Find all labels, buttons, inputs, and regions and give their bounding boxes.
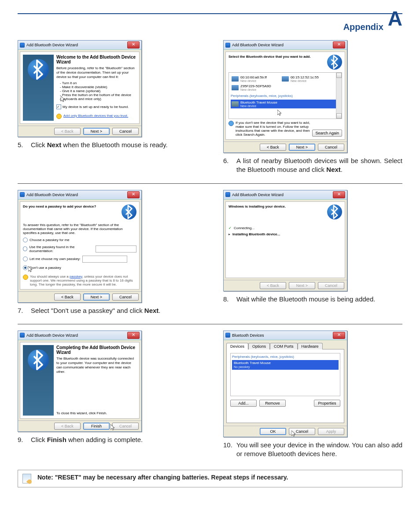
step-text: Select "Don't use a passkey" and click N… <box>31 306 197 315</box>
bluetooth-icon <box>225 333 230 338</box>
next-button[interactable]: Next > <box>289 144 315 151</box>
device-item-selected[interactable]: Bluetooth Travel MouseNew device <box>231 100 340 108</box>
back-button[interactable]: < Back <box>260 282 286 289</box>
passkey-dialog: Add Bluetooth Device Wizard ✕ Do you nee… <box>18 190 142 303</box>
step-number: 5. <box>18 141 25 149</box>
device-icon <box>282 76 289 82</box>
device-category: Peripherals (keyboards, mice, joysticks) <box>231 94 340 98</box>
device-item[interactable]: Z95F229-5DF5A9DNew device <box>231 83 340 92</box>
window-title: Add Bluetooth Device Wizard <box>232 193 284 197</box>
passkey-hint: To answer this question, refer to the "B… <box>23 223 136 235</box>
tab-hardware[interactable]: Hardware <box>298 343 323 349</box>
close-button[interactable]: ✕ <box>333 191 345 198</box>
next-button[interactable]: Next > <box>289 282 315 289</box>
divider <box>18 324 402 324</box>
cancel-button[interactable]: Cancel <box>112 294 139 301</box>
step-text: Click Next when the Bluetooth mouse is r… <box>31 141 197 149</box>
appendix-letter: A <box>388 11 402 27</box>
checkbox[interactable]: ✓ <box>56 104 61 109</box>
device-list[interactable]: Peripherals (keyboards, mice, joysticks)… <box>230 353 340 396</box>
hint-text: If you don't see the device that you wan… <box>236 121 310 137</box>
add-button[interactable]: Add... <box>230 400 257 407</box>
next-button[interactable]: Next > <box>83 294 110 301</box>
close-button[interactable]: ✕ <box>333 332 345 339</box>
bluetooth-icon <box>20 43 25 48</box>
step-text: A list of nearby Bluetooth devices will … <box>236 156 402 175</box>
scrollbar[interactable] <box>336 73 342 119</box>
step-text: Click Finish when adding is complete. <box>31 435 197 444</box>
close-button[interactable]: ✕ <box>127 41 140 48</box>
check-icon: ✓ <box>228 226 232 230</box>
page-header: Appendix A <box>18 13 402 32</box>
back-button[interactable]: < Back <box>54 294 81 301</box>
passkey-question: Do you need a passkey to add your device… <box>23 204 136 208</box>
bluetooth-icon <box>20 192 25 197</box>
properties-button[interactable]: Properties <box>314 400 340 407</box>
close-instruction: To close this wizard, click Finish. <box>56 411 136 416</box>
cursor-icon <box>111 424 115 431</box>
passkey-warning: You should always use a passkey, unless … <box>23 275 136 286</box>
divider <box>18 183 402 184</box>
cursor-icon <box>291 431 296 437</box>
dialog-heading: Welcome to the Add Bluetooth Device Wiza… <box>56 55 136 64</box>
search-again-button[interactable]: Search Again <box>312 130 342 137</box>
completion-text: The Bluetooth device was successfully co… <box>56 357 136 374</box>
warning-link[interactable]: Add only Bluetooth devices that you trus… <box>63 114 128 119</box>
step-10: Bluetooth Devices ✕ Devices Options COM … <box>223 331 402 459</box>
cancel-button[interactable]: Cancel <box>112 423 139 430</box>
bluetooth-logo <box>327 55 342 70</box>
step-7: Add Bluetooth Device Wizard ✕ Do you nee… <box>18 190 197 315</box>
wizard-welcome-dialog: Add Bluetooth Device Wizard ✕ Welcome to… <box>18 40 142 137</box>
cancel-button[interactable]: Cancel <box>318 282 344 289</box>
ready-checkbox-row[interactable]: ✓ My device is set up and ready to be fo… <box>56 104 136 109</box>
step-text: You will see your device in the window. … <box>236 441 402 459</box>
back-button[interactable]: < Back <box>260 144 286 151</box>
side-panel <box>23 55 54 121</box>
back-button[interactable]: < Back <box>54 423 81 430</box>
reset-note: Note: "RESET" may be necessary after cha… <box>18 470 402 487</box>
status-installing: ▸Installing Bluetooth device... <box>228 232 342 236</box>
device-item-selected[interactable]: Bluetooth Travel Mouse No passkey <box>232 360 339 370</box>
select-device-dialog: Add Bluetooth Device Wizard ✕ Select the… <box>223 40 347 153</box>
close-button[interactable]: ✕ <box>127 191 140 198</box>
cursor-icon <box>277 110 282 116</box>
passkey-option-4[interactable]: Don't use a passkey <box>23 265 136 270</box>
note-icon <box>22 474 31 483</box>
tab-com-ports[interactable]: COM Ports <box>270 343 298 349</box>
back-button[interactable]: < Back <box>54 128 81 135</box>
installing-dialog: Add Bluetooth Device Wizard ✕ Windows is… <box>223 190 347 291</box>
remove-button[interactable]: Remove <box>259 400 286 407</box>
bluetooth-devices-dialog: Bluetooth Devices ✕ Devices Options COM … <box>223 331 347 437</box>
device-list[interactable]: 00:10:60:a8:5b:ffNew device 00:15:12:52:… <box>228 72 342 119</box>
step-number: 8. <box>223 295 230 304</box>
titlebar: Add Bluetooth Device Wizard ✕ <box>18 41 141 50</box>
close-button[interactable]: ✕ <box>127 332 140 339</box>
window-title: Add Bluetooth Device Wizard <box>232 43 284 47</box>
passkey-option-2[interactable]: Use the passkey found in the documentati… <box>23 245 136 253</box>
device-icon <box>232 76 239 82</box>
close-button[interactable]: ✕ <box>333 41 345 48</box>
apply-button[interactable]: Apply <box>318 428 344 435</box>
passkey-field[interactable] <box>96 245 136 253</box>
next-button[interactable]: Next > <box>83 128 110 135</box>
step-text: Wait while the Bluetooth mouse is being … <box>236 295 402 304</box>
passkey-link[interactable]: passkey <box>70 275 82 279</box>
checkbox-label: My device is set up and ready to be foun… <box>63 105 129 109</box>
passkey-field[interactable] <box>82 256 127 263</box>
passkey-option-1[interactable]: Choose a passkey for me <box>23 238 136 242</box>
tab-devices[interactable]: Devices <box>226 343 248 349</box>
finish-button[interactable]: Finish <box>83 423 110 430</box>
cancel-button[interactable]: Cancel <box>318 144 344 151</box>
tab-options[interactable]: Options <box>248 343 270 349</box>
passkey-option-3[interactable]: Let me choose my own passkey: <box>23 256 136 263</box>
device-item[interactable]: 00:15:12:52:1c:55New device <box>281 74 320 83</box>
info-icon <box>228 121 234 126</box>
ok-button[interactable]: OK <box>260 428 286 435</box>
device-item[interactable]: 00:10:60:a8:5b:ffNew device <box>231 74 268 83</box>
bluetooth-icon <box>20 333 25 338</box>
step-6: Add Bluetooth Device Wizard ✕ Select the… <box>223 40 402 175</box>
cancel-button[interactable]: Cancel <box>112 128 139 135</box>
device-category: Peripherals (keyboards, mice, joysticks) <box>232 355 339 359</box>
warning-icon <box>56 114 62 119</box>
cursor-icon <box>61 96 65 102</box>
